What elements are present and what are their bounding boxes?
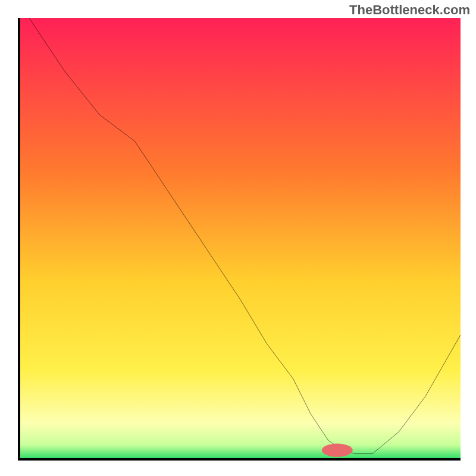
chart-container: TheBottleneck.com (0, 0, 476, 476)
plot-frame (18, 18, 461, 461)
watermark-text: TheBottleneck.com (349, 2, 470, 18)
optimal-marker (322, 444, 353, 457)
gradient-background (20, 18, 461, 458)
plot-svg (20, 18, 461, 458)
